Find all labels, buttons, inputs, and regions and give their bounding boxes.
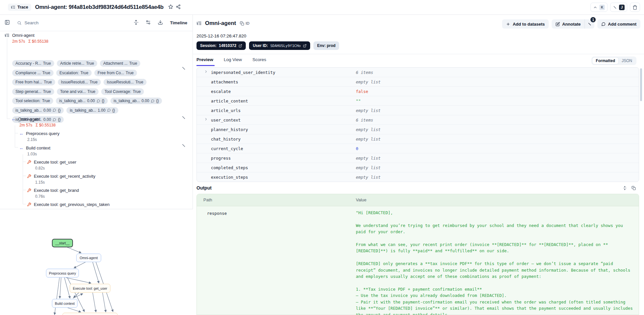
trace-icon — [196, 21, 202, 26]
score-tag-label: Attachment ... — [103, 61, 127, 66]
tree-node-label: Execute tool: get_previous_steps_taken — [34, 202, 110, 207]
tree-guide-line — [23, 176, 26, 176]
score-tag-pill[interactable]: Tone and voi...True — [57, 88, 99, 95]
add-to-datasets-button[interactable]: Add to datasets — [502, 19, 549, 29]
preview-row[interactable]: impersonated_user_identity6 items — [197, 68, 639, 77]
timestamp: 2025-12-16 07:26:47.820 — [196, 34, 246, 38]
score-tag-pill[interactable]: Tool Coverage:True — [101, 88, 144, 95]
score-tag-value: 0.00 — [87, 99, 95, 103]
score-tag-pill[interactable]: IssueResoluti...True — [104, 79, 147, 85]
external-link-icon — [239, 44, 242, 48]
preview-row: article_content"" — [197, 96, 639, 106]
score-tag-pill[interactable]: Escalation:True — [56, 70, 92, 76]
timeline-toggle-button[interactable]: Timeline — [170, 20, 187, 25]
score-tag-value: True — [43, 89, 51, 94]
copy-id-button[interactable]: ID — [240, 21, 249, 26]
input-preview-table: impersonated_user_identity6 itemsattachm… — [196, 67, 639, 182]
user-id-badge[interactable]: User ID:SDAHUSLy9f1CHo — [249, 41, 310, 50]
score-tag-pill[interactable]: is_talking_ab...0.00{} — [56, 98, 107, 104]
prev-trace-button[interactable]: K — [590, 3, 608, 12]
graph-node[interactable]: __start__ — [52, 239, 73, 247]
score-tag-pill[interactable]: Free from Co...True — [94, 70, 137, 76]
score-tag-pill[interactable]: IssueResoluti...True — [58, 79, 101, 85]
expand-output-icon[interactable] — [623, 186, 627, 190]
chevron-right-icon[interactable] — [204, 70, 208, 74]
score-tag-pill[interactable]: Accuracy - R...True — [12, 60, 54, 67]
score-tag-pill[interactable]: Attachment ...True — [100, 60, 140, 67]
tree-node-duration: 1.15s — [35, 180, 45, 185]
view-settings-button[interactable] — [146, 20, 151, 26]
bookmark-button[interactable] — [168, 4, 173, 10]
tree-node-root[interactable]: Omni-agent — [5, 33, 34, 38]
collapse-sidebar-button[interactable] — [5, 20, 10, 26]
agent-graph: __start__Omni-agentPreprocess queryExecu… — [0, 209, 193, 315]
copy-output-icon[interactable] — [632, 186, 636, 190]
annotate-icon — [556, 22, 560, 26]
observation-detail-panel: Omni-agent ID 2025-12-16 07:26:47.820 Se… — [193, 15, 644, 315]
tree-node-tool[interactable]: Execute tool: get_previous_steps_taken — [27, 202, 110, 207]
search-input[interactable]: Search — [17, 20, 109, 25]
collapse-node-chevron[interactable] — [181, 66, 186, 72]
preview-row: completed_stepsempty list — [197, 163, 639, 172]
copy-icon — [240, 21, 244, 26]
graph-node[interactable] — [62, 313, 118, 315]
score-tag-pill[interactable]: is_talking_ab...0.00{} — [110, 98, 162, 104]
score-tag-pill[interactable]: Free from hal...True — [12, 79, 55, 85]
graph-node[interactable]: Execute tool: get_user — [70, 284, 110, 293]
tree-node-span[interactable]: ↔Build context — [19, 146, 50, 150]
shortcut-key-k: K — [599, 5, 605, 10]
preview-key: progress — [211, 156, 231, 161]
observation-title: Omni-agent — [205, 20, 236, 27]
preview-key: article_content — [211, 99, 248, 103]
collapse-node-chevron[interactable] — [181, 143, 186, 149]
span-arrows-icon: ↔ — [11, 117, 15, 122]
delete-trace-button[interactable] — [630, 3, 640, 12]
add-comment-button[interactable]: Add comment — [597, 19, 640, 29]
tree-node-tool[interactable]: Execute tool: get_recent_activity — [27, 174, 95, 179]
score-tag-pill[interactable]: Tool selection:True — [12, 98, 53, 104]
score-tag-value: 0.00 — [142, 99, 149, 103]
next-trace-button[interactable]: J — [610, 3, 627, 12]
session-badge[interactable]: Session:14910372 — [196, 41, 246, 50]
preview-key: planner_history — [211, 127, 248, 132]
plus-icon — [506, 22, 510, 26]
scrollbar-thumb[interactable] — [640, 68, 642, 101]
tree-node-metrics: 2m 57sΣ $0.55138 — [19, 123, 56, 127]
score-tag-value: 1.00 — [98, 108, 105, 113]
format-formatted-option[interactable]: Formatted — [592, 57, 618, 64]
collapse-node-chevron[interactable] — [181, 115, 186, 121]
preview-row: execution_stepsempty list — [197, 172, 639, 182]
graph-node[interactable]: Preprocess query — [46, 269, 79, 278]
preview-key: escalate — [211, 89, 231, 94]
score-tag-pill[interactable]: Compliance ...True — [12, 70, 54, 76]
score-tag-value: True — [87, 89, 95, 94]
score-tag-pill[interactable]: is_talking_ab...1.00{} — [66, 107, 118, 114]
score-tag-label: is_talking_ab... — [70, 108, 96, 113]
chevron-right-icon[interactable] — [204, 117, 208, 121]
score-tag-pill[interactable]: Step generat...True — [12, 88, 54, 95]
preview-value: empty list — [356, 175, 380, 180]
tab-log-view[interactable]: Log View — [224, 56, 243, 66]
share-button[interactable] — [176, 4, 181, 10]
expand-collapse-all-button[interactable] — [133, 20, 139, 26]
download-button[interactable] — [158, 20, 163, 26]
tree-node-span[interactable]: ↔Preprocess query — [19, 131, 59, 136]
graph-node[interactable]: Build context — [52, 299, 78, 308]
tab-preview[interactable]: Preview — [196, 56, 215, 66]
format-json-option[interactable]: JSON — [618, 57, 635, 64]
score-tag-pill[interactable]: is_talking_ab...0.00{} — [12, 107, 64, 114]
tree-node-tool[interactable]: Execute tool: get_user — [27, 160, 76, 165]
score-tag-pill[interactable]: Article retrie...True — [57, 60, 97, 67]
score-tag-label: Article retrie... — [60, 61, 84, 66]
tree-node-tool[interactable]: Execute tool: get_brand — [27, 188, 79, 193]
wrench-icon — [27, 174, 31, 178]
graph-node[interactable]: Omni-agent — [76, 254, 101, 262]
annotate-button[interactable]: Annotate — [552, 19, 585, 29]
tab-scores[interactable]: Scores — [252, 56, 267, 66]
preview-row: article_urlsempty list — [197, 106, 639, 115]
score-tag-row: is_talking_ab...0.00{}is_talking_ab...1.… — [12, 107, 192, 114]
preview-row[interactable]: user_context6 items — [197, 115, 639, 125]
tree-node-agent[interactable]: ↔ Omni-agent — [11, 117, 40, 122]
preview-row: progressempty list — [197, 153, 639, 163]
score-tag-value: True — [43, 61, 51, 66]
